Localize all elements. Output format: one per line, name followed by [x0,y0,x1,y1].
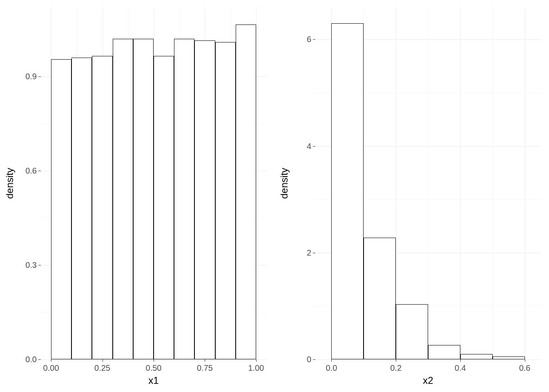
y-tick-label: 0 [307,355,311,364]
y-tick [313,253,315,253]
y-tick [38,359,41,360]
y-tick [38,171,41,171]
y-tick [38,76,41,77]
chart-facet-x2: density x2 02460.00.20.40.6 [274,0,549,392]
gridline-v [256,7,257,359]
histogram-bar [113,39,133,359]
y-tick-label: 6 [307,35,311,44]
x-tick-label: 0.50 [146,363,162,373]
x-tick [525,359,525,362]
histogram-bar [331,23,364,359]
x-tick-label: 0.75 [197,363,213,373]
x-tick-label: 1.00 [248,363,264,373]
gridline-v [525,7,525,359]
histogram-bar [194,40,215,359]
histogram-bar [92,56,112,359]
y-tick-label: 0.6 [25,166,37,176]
histogram-bar [460,354,493,359]
x-tick-label: 0.25 [94,363,110,373]
x-tick [460,359,461,362]
x-tick-label: 0.0 [326,363,337,373]
histogram-bar [154,56,174,359]
x-tick [103,359,103,362]
x-tick [256,359,257,362]
x-tick-label: 0.4 [455,363,466,373]
x-tick [396,359,396,362]
histogram-bar [51,59,71,359]
histogram-bar [396,304,428,359]
histogram-bar [215,42,236,359]
gridline-v [460,7,461,359]
x-tick [51,359,51,362]
x-tick-label: 0.2 [390,363,402,373]
chart-row: density x1 0.00.30.60.90.000.250.500.751… [0,0,549,392]
gridline-h [315,359,541,360]
y-tick-label: 4 [307,141,311,151]
gridline-v [493,7,493,359]
y-axis-title: density [4,168,16,199]
plot-panel-x2 [315,7,541,359]
y-tick [38,265,41,265]
histogram-bar [174,39,194,359]
y-tick-label: 0.0 [25,355,37,364]
y-tick [313,359,315,360]
plot-panel-x1 [41,7,266,359]
histogram-bar [236,24,256,359]
histogram-bar [428,345,460,359]
y-tick-label: 2 [307,248,311,257]
x-axis-title: x1 [148,375,158,386]
histogram-bar [133,39,154,359]
gridline-v [428,7,428,359]
histogram-bar [71,58,92,359]
x-tick-label: 0.6 [519,363,531,373]
y-tick [313,146,315,147]
x-tick [331,359,332,362]
x-tick-label: 0.00 [43,363,59,373]
y-tick-label: 0.9 [25,72,37,81]
histogram-bar [493,356,525,359]
histogram-bar [364,238,396,359]
y-tick [313,39,315,40]
x-axis-title: x2 [423,375,433,386]
y-tick-label: 0.3 [25,261,37,270]
chart-facet-x1: density x1 0.00.30.60.90.000.250.500.751… [0,0,274,392]
x-tick [205,359,205,362]
y-axis-title: density [279,168,290,199]
x-tick [154,359,154,362]
